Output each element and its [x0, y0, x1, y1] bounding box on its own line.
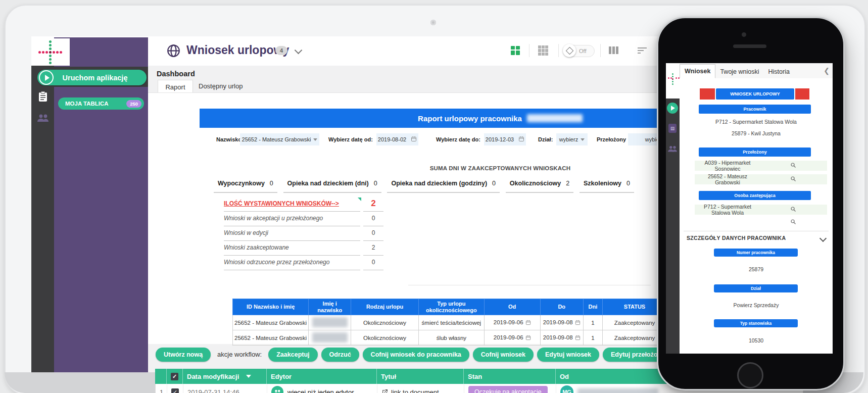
- detail-typ-stanowiska-label: Typ stanowiska: [714, 319, 798, 327]
- grid-view-icon[interactable]: [538, 45, 548, 56]
- col-id-name[interactable]: ID Nazwisko i imię: [233, 299, 309, 315]
- col-editor[interactable]: Edytor: [267, 369, 377, 384]
- przelozony-value-1[interactable]: A039 - Hipermarket Sosnowiec: [695, 161, 827, 171]
- logo-dots-horizontal: [38, 51, 62, 54]
- filter-dept-select[interactable]: wybierz: [556, 133, 588, 145]
- przelozony-value-2[interactable]: 25652 - Mateusz Grabowski: [695, 174, 827, 184]
- detail-typ-stanowiska-value: 10530: [680, 337, 833, 343]
- my-board-label: MOJA TABLICA: [65, 101, 126, 107]
- calendar-icon[interactable]: [525, 335, 531, 341]
- phone-clipboard-icon[interactable]: ▤: [668, 124, 677, 133]
- col-title[interactable]: Tytuł: [377, 369, 464, 384]
- stat-opieka-godziny: Opieka nad dzieckiem (godziny)0: [387, 180, 500, 193]
- row-checkbox-cell: ✓: [167, 384, 183, 393]
- return-to-employee-button[interactable]: Cofnij wniosek do pracownika: [363, 348, 469, 362]
- calendar-icon[interactable]: [411, 136, 417, 143]
- col-state-label: Stan: [468, 373, 482, 380]
- search-icon[interactable]: [760, 176, 826, 183]
- stat-value: 0: [492, 180, 496, 187]
- sort-desc-icon[interactable]: [246, 375, 251, 378]
- col-leave-type[interactable]: Rodzaj urlopu: [351, 299, 419, 315]
- table-row[interactable]: 25652 - Mateusz Grabowski Okolicznościow…: [233, 330, 667, 346]
- cell-from-date: 2019-09-06: [494, 334, 523, 340]
- cell-name-blurred: [309, 330, 351, 346]
- accept-button[interactable]: Zaakceptuj: [268, 348, 317, 362]
- create-new-button[interactable]: Utwórz nową: [156, 348, 211, 362]
- section-pracownik-bar: Pracownik: [699, 105, 811, 114]
- filter-date-from-value: 2019-08-02: [378, 136, 406, 142]
- col-state[interactable]: Stan: [464, 369, 556, 384]
- multiple-editors-icon: [271, 386, 283, 393]
- row-checkbox[interactable]: ✓: [171, 388, 179, 393]
- osoba-zastepujaca-value[interactable]: P712 - Supermarket Stalowa Wola: [695, 205, 827, 215]
- phone-tab-bar: Wniosek Twoje wnioski Historia ❮: [680, 63, 833, 79]
- select-all-checkbox[interactable]: ✓: [171, 373, 178, 380]
- cell-leave-subtype: śmierć teścia/teściowej: [418, 315, 484, 330]
- stat-label: Wypoczynkowy: [218, 180, 265, 187]
- col-from[interactable]: Od: [484, 299, 540, 315]
- col-leave-subtype[interactable]: Typ urlopu okolicznościowego: [418, 299, 484, 315]
- col-modified[interactable]: Data modyfikacji: [183, 369, 267, 384]
- filter-icon[interactable]: [638, 47, 647, 55]
- tab-dostepny-urlop[interactable]: Dostępny urlop: [199, 82, 243, 90]
- calendar-icon[interactable]: [518, 136, 524, 143]
- edit-request-button[interactable]: Edytuj wniosek: [537, 348, 599, 362]
- phone-users-icon[interactable]: [667, 145, 678, 155]
- counters-table: ILOŚĆ WYSTAWIONYCH WNIOSKÓW--> 2 Wnioski…: [224, 197, 383, 270]
- col-days[interactable]: Dni: [583, 299, 602, 315]
- my-board-button[interactable]: MOJA TABLICA 250: [58, 97, 144, 110]
- phone-collapse-icon[interactable]: ❮: [824, 67, 830, 75]
- search-icon[interactable]: [760, 206, 826, 213]
- counter-total-row[interactable]: ILOŚĆ WYSTAWIONYCH WNIOSKÓW--> 2: [224, 197, 383, 211]
- run-application-button[interactable]: Uruchom aplikację: [37, 70, 147, 85]
- filter-date-to-input[interactable]: 2019-12-03: [484, 133, 526, 145]
- mode-toggle[interactable]: Off: [564, 45, 595, 57]
- phone-tab-historia[interactable]: Historia: [764, 65, 794, 78]
- calendar-icon[interactable]: [525, 320, 531, 326]
- calendar-icon[interactable]: [575, 320, 581, 326]
- logo-dots-horizontal: [668, 77, 680, 79]
- columns-icon[interactable]: [609, 46, 618, 54]
- play-icon: [39, 70, 54, 85]
- title-count-badge: 4: [275, 46, 287, 55]
- przelozony-value-text: A039 - Hipermarket Sosnowiec: [695, 160, 760, 172]
- counter-label: Wnioski w edycji: [224, 226, 360, 241]
- stat-label: Opieka nad dzieckiem (godziny): [391, 180, 487, 187]
- calendar-icon[interactable]: [575, 335, 581, 341]
- pracownik-value-1: P712 - Supermarket Stalowa Wola: [680, 119, 833, 125]
- dashboard-title: Dashboard: [157, 70, 195, 78]
- phone-play-icon[interactable]: [667, 103, 678, 114]
- open-link-icon[interactable]: [381, 389, 388, 393]
- filter-name-select[interactable]: 25652 - Mateusz Grabowski: [240, 133, 319, 145]
- chevron-down-icon[interactable]: [819, 235, 827, 242]
- col-to[interactable]: Do: [540, 299, 583, 315]
- search-icon[interactable]: [760, 162, 826, 169]
- phone-form: WNIOSEK URLOPOWY Pracownik P712 - Superm…: [680, 78, 833, 354]
- title-chevron-down-icon[interactable]: [295, 46, 303, 55]
- toggle-knob-diamond-icon[interactable]: [563, 44, 576, 57]
- cell-id-name: 25652 - Mateusz Grabowski: [233, 315, 309, 330]
- filter-date-from-input[interactable]: 2019-08-02: [376, 133, 418, 145]
- withdraw-button[interactable]: Cofnij wniosek: [473, 348, 534, 362]
- phone-home-button[interactable]: [737, 362, 763, 388]
- divider: [600, 44, 601, 57]
- detail-numer-pracownika-label: Numer pracownika: [714, 249, 798, 257]
- users-icon[interactable]: [37, 113, 49, 125]
- phone-tab-wniosek[interactable]: Wniosek: [680, 64, 715, 78]
- reject-button[interactable]: Odrzuć: [321, 348, 359, 362]
- section-osoba-zastepujaca-bar: Osoba zastępująca: [699, 191, 811, 200]
- state-badge[interactable]: Oczekuje na akceptację: [468, 386, 548, 393]
- osoba-zastepujaca-empty[interactable]: [695, 217, 827, 227]
- filter-dept-label: Dział:: [538, 136, 553, 142]
- search-icon[interactable]: [760, 219, 826, 226]
- phone-tab-twoje-wnioski[interactable]: Twoje wnioski: [715, 65, 763, 78]
- row-title[interactable]: link to document: [377, 384, 464, 393]
- dashboard-view-icon[interactable]: [511, 46, 520, 55]
- phone-mockup: ▤ Wniosek Twoje wnioski Historia ❮ WNIOS…: [657, 17, 845, 390]
- table-row[interactable]: 25652 - Mateusz Grabowski Okolicznościow…: [233, 315, 667, 330]
- tab-raport[interactable]: Raport: [158, 80, 193, 93]
- dropdown-arrow-icon: [313, 138, 317, 141]
- col-name[interactable]: Imię i nazwisko: [309, 299, 351, 315]
- clipboard-icon[interactable]: [38, 91, 48, 104]
- cell-days: 1: [583, 315, 602, 330]
